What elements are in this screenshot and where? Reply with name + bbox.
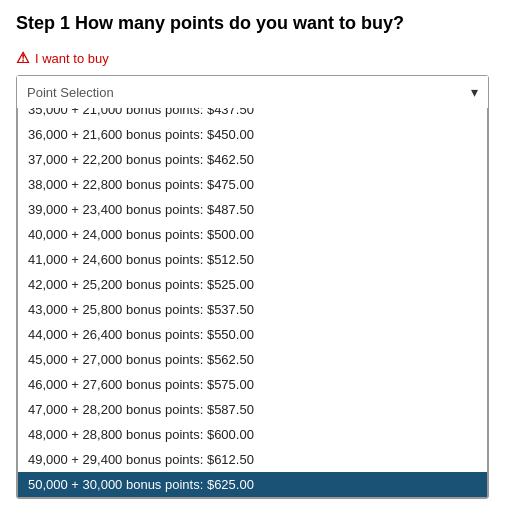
list-item[interactable]: 41,000 + 24,600 bonus points: $512.50 — [18, 247, 487, 272]
list-item[interactable]: 39,000 + 23,400 bonus points: $487.50 — [18, 197, 487, 222]
validation-row: ⚠ I want to buy — [16, 49, 489, 67]
options-list[interactable]: 31,000 + 18,600 bonus points: $387.5032,… — [17, 108, 488, 498]
dropdown-placeholder: Point Selection — [27, 85, 114, 100]
list-item[interactable]: 42,000 + 25,200 bonus points: $525.00 — [18, 272, 487, 297]
list-item[interactable]: 37,000 + 22,200 bonus points: $462.50 — [18, 147, 487, 172]
list-item[interactable]: 43,000 + 25,800 bonus points: $537.50 — [18, 297, 487, 322]
list-item[interactable]: 38,000 + 22,800 bonus points: $475.00 — [18, 172, 487, 197]
list-item[interactable]: 44,000 + 26,400 bonus points: $550.00 — [18, 322, 487, 347]
list-item[interactable]: 36,000 + 21,600 bonus points: $450.00 — [18, 122, 487, 147]
list-item[interactable]: 45,000 + 27,000 bonus points: $562.50 — [18, 347, 487, 372]
list-item[interactable]: 49,000 + 29,400 bonus points: $612.50 — [18, 447, 487, 472]
list-item[interactable]: 50,000 + 30,000 bonus points: $625.00 — [18, 472, 487, 497]
list-item[interactable]: 48,000 + 28,800 bonus points: $600.00 — [18, 422, 487, 447]
list-item[interactable]: 47,000 + 28,200 bonus points: $587.50 — [18, 397, 487, 422]
page-container: Step 1 How many points do you want to bu… — [0, 0, 505, 511]
point-selection-dropdown[interactable]: Point Selection ▾ 31,000 + 18,600 bonus … — [16, 75, 489, 499]
dropdown-header[interactable]: Point Selection ▾ — [17, 76, 488, 108]
chevron-down-icon: ▾ — [471, 84, 478, 100]
list-item[interactable]: 40,000 + 24,000 bonus points: $500.00 — [18, 222, 487, 247]
validation-text: I want to buy — [35, 51, 109, 66]
list-item[interactable]: 35,000 + 21,000 bonus points: $437.50 — [18, 108, 487, 122]
list-item[interactable]: 46,000 + 27,600 bonus points: $575.00 — [18, 372, 487, 397]
warning-icon: ⚠ — [16, 49, 29, 67]
step-title: Step 1 How many points do you want to bu… — [16, 12, 489, 35]
